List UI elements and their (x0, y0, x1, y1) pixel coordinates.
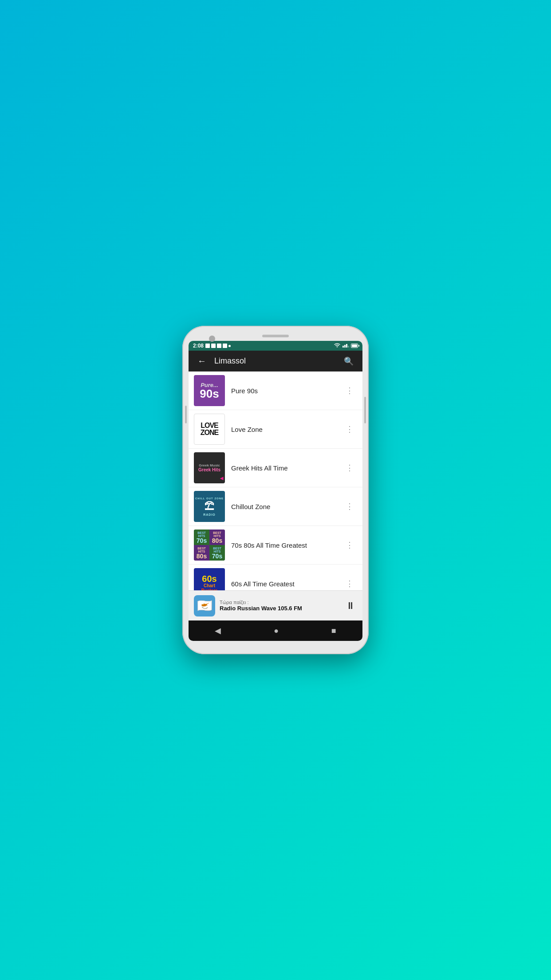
nav-home-button[interactable]: ● (267, 624, 286, 637)
battery-fill (352, 344, 357, 347)
sixty-text: 60s (202, 574, 216, 583)
station-name: Love Zone (231, 426, 342, 433)
station-thumbnail: LOVE ZONE (194, 414, 225, 445)
thumb-text-90: 90s (200, 388, 219, 399)
more-options-button[interactable]: ⋮ (342, 461, 357, 474)
status-app-icons (205, 344, 231, 348)
pause-button[interactable]: ⏸ (344, 598, 357, 613)
more-options-button[interactable]: ⋮ (342, 384, 357, 397)
navigation-bar: ◀ ● ■ (189, 620, 362, 641)
app-header: ← Limassol 🔍 (189, 351, 362, 371)
station-name: Pure 90s (231, 387, 342, 395)
phone-speaker (262, 335, 289, 337)
now-playing-thumbnail: 🇨🇾 (194, 595, 215, 616)
status-time: 2:08 (193, 343, 204, 349)
now-playing-label: Τώρα παίζει : (220, 600, 339, 605)
station-thumbnail: Greek Music Greek Hits ◂ (194, 452, 225, 483)
phone-screen: 2:08 (189, 341, 362, 641)
list-item[interactable]: Pure... 90s Pure 90s ⋮ (189, 371, 362, 410)
notification-dot (228, 345, 231, 347)
more-options-button[interactable]: ⋮ (342, 538, 357, 552)
more-options-button[interactable]: ⋮ (342, 500, 357, 513)
nav-recent-button[interactable]: ■ (324, 624, 343, 637)
status-left: 2:08 (193, 343, 231, 349)
nav-back-button[interactable]: ◀ (208, 624, 228, 637)
now-playing-info: Τώρα παίζει : Radio Russian Wave 105.6 F… (220, 600, 339, 612)
flag-icon: 🇨🇾 (197, 598, 213, 613)
sixty-content: 60s Chart Busters (194, 568, 225, 590)
back-button[interactable]: ← (195, 355, 209, 367)
station-thumbnail: CHILL OUT ZONE ⛱ RADIO (194, 491, 225, 522)
hits-cell-4: BEST HITS 70s (209, 545, 225, 561)
app-icon-3 (217, 344, 221, 348)
list-item[interactable]: LOVE ZONE Love Zone ⋮ (189, 410, 362, 449)
thumb-accent: ◂ (220, 474, 223, 482)
wifi-icon (334, 343, 341, 348)
station-name: 70s 80s All Time Greatest (231, 541, 342, 549)
page-title: Limassol (214, 356, 336, 366)
chart-text: Chart (204, 583, 215, 588)
thumb-zone: ZONE (201, 429, 218, 436)
hits-cell-3: BEST HITS 80s (194, 545, 209, 561)
station-thumbnail: 60s Chart Busters (194, 568, 225, 590)
radio-list: Pure... 90s Pure 90s ⋮ LOVE ZONE Love Zo… (189, 371, 362, 590)
power-button (364, 397, 366, 423)
list-item[interactable]: CHILL OUT ZONE ⛱ RADIO Chillout Zone ⋮ (189, 487, 362, 526)
list-item[interactable]: 60s Chart Busters 60s All Time Greatest … (189, 565, 362, 590)
search-button[interactable]: 🔍 (341, 356, 356, 367)
station-name: 60s All Time Greatest (231, 580, 342, 588)
thumb-chill-icon: ⛱ (205, 501, 214, 512)
volume-button (185, 406, 187, 423)
list-item[interactable]: Greek Music Greek Hits ◂ Greek Hits All … (189, 449, 362, 487)
hits-cell-2: BEST HITS 80s (209, 530, 225, 545)
thumb-greek-hits: Greek Hits (198, 467, 220, 472)
status-right (334, 343, 358, 348)
station-thumbnail: BEST HITS 70s BEST HITS 80s BEST HITS 80… (194, 530, 225, 561)
phone-camera (209, 336, 215, 342)
station-thumbnail: Pure... 90s (194, 375, 225, 406)
app-icon-2 (211, 344, 216, 348)
thumb-chill-label: CHILL OUT ZONE (195, 497, 224, 500)
hits-grid: BEST HITS 70s BEST HITS 80s BEST HITS 80… (194, 530, 225, 561)
more-options-button[interactable]: ⋮ (342, 423, 357, 436)
battery-icon (351, 344, 358, 348)
station-name: Greek Hits All Time (231, 464, 342, 472)
phone-device: 2:08 (182, 326, 369, 654)
thumb-love: LOVE (201, 422, 218, 429)
now-playing-title: Radio Russian Wave 105.6 FM (220, 605, 339, 612)
status-bar: 2:08 (189, 341, 362, 351)
app-icon-1 (205, 344, 210, 348)
app-icon-4 (223, 344, 227, 348)
list-item[interactable]: BEST HITS 70s BEST HITS 80s BEST HITS 80… (189, 526, 362, 565)
signal-icon (342, 344, 349, 348)
thumb-greek-music: Greek Music (199, 463, 220, 468)
more-options-button[interactable]: ⋮ (342, 577, 357, 590)
station-name: Chillout Zone (231, 503, 342, 510)
thumb-radio-label: RADIO (203, 513, 216, 516)
hits-cell-1: BEST HITS 70s (194, 530, 209, 545)
now-playing-bar[interactable]: 🇨🇾 Τώρα παίζει : Radio Russian Wave 105.… (189, 590, 362, 620)
